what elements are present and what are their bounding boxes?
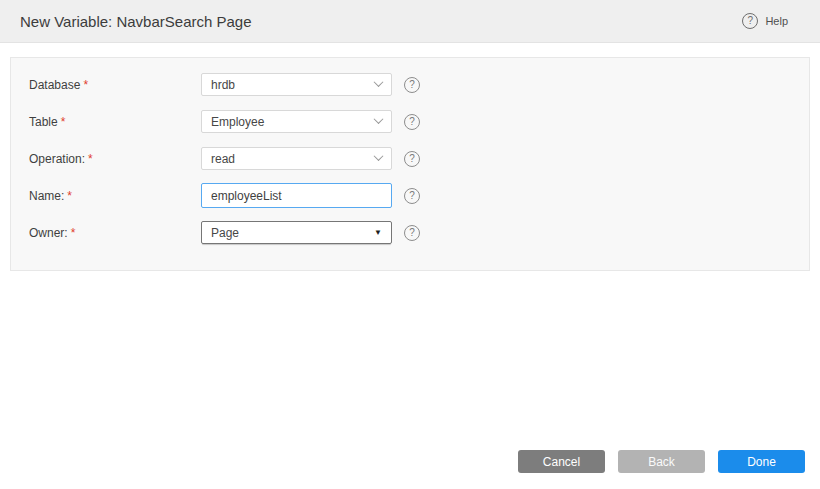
operation-help-icon[interactable]: ?	[404, 151, 420, 167]
owner-label: Owner:*	[11, 226, 201, 240]
select-arrow-icon: ▼	[374, 229, 382, 237]
operation-dropdown[interactable]: read	[201, 147, 392, 170]
cancel-button[interactable]: Cancel	[518, 450, 605, 473]
database-label: Database*	[11, 78, 201, 92]
form-row-operation: Operation:* read ?	[11, 147, 809, 170]
footer-actions: Cancel Back Done	[518, 450, 805, 473]
form-row-name: Name:* ?	[11, 184, 809, 207]
required-asterisk: *	[61, 115, 66, 129]
required-asterisk: *	[88, 152, 93, 166]
chevron-down-icon	[374, 114, 384, 124]
required-asterisk: *	[83, 78, 88, 92]
chevron-down-icon	[374, 77, 384, 87]
dialog-header: New Variable: NavbarSearch Page ? Help	[0, 0, 820, 43]
chevron-down-icon	[374, 151, 384, 161]
operation-value: read	[211, 152, 235, 166]
form-row-owner: Owner:* Page ▼ ?	[11, 221, 809, 244]
database-help-icon[interactable]: ?	[404, 77, 420, 93]
page-title: New Variable: NavbarSearch Page	[20, 13, 252, 30]
table-dropdown[interactable]: Employee	[201, 110, 392, 133]
help-label: Help	[765, 15, 788, 27]
done-button[interactable]: Done	[718, 450, 805, 473]
owner-help-icon[interactable]: ?	[404, 225, 420, 241]
name-help-icon[interactable]: ?	[404, 188, 420, 204]
form-row-table: Table* Employee ?	[11, 110, 809, 133]
required-asterisk: *	[71, 226, 76, 240]
help-icon: ?	[742, 13, 758, 29]
name-input[interactable]	[201, 183, 392, 208]
owner-value: Page	[211, 226, 239, 240]
database-dropdown[interactable]: hrdb	[201, 73, 392, 96]
database-value: hrdb	[211, 78, 235, 92]
table-help-icon[interactable]: ?	[404, 114, 420, 130]
name-label: Name:*	[11, 189, 201, 203]
form-row-database: Database* hrdb ?	[11, 73, 809, 96]
back-button[interactable]: Back	[618, 450, 705, 473]
operation-label: Operation:*	[11, 152, 201, 166]
help-button[interactable]: ? Help	[742, 13, 788, 29]
required-asterisk: *	[67, 189, 72, 203]
owner-select[interactable]: Page ▼	[201, 221, 392, 244]
table-value: Employee	[211, 115, 264, 129]
form-panel: Database* hrdb ? Table* Employee ? Opera…	[10, 57, 810, 271]
table-label: Table*	[11, 115, 201, 129]
